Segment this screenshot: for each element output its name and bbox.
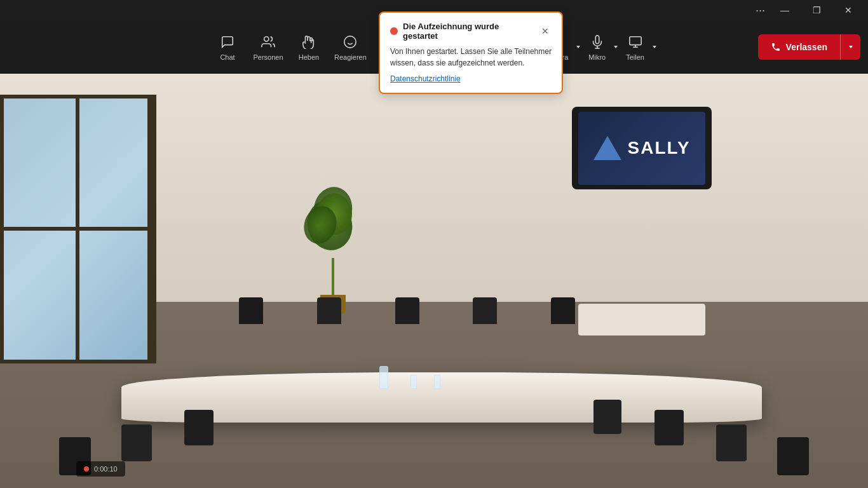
recording-bar: 0:00:10 <box>76 461 125 477</box>
chair-2 <box>716 424 747 461</box>
phone-icon <box>771 42 781 52</box>
minimize-button[interactable]: — <box>770 0 799 20</box>
water-jug <box>379 366 388 389</box>
share-dropdown-arrow[interactable] <box>648 24 661 70</box>
mic-icon <box>590 33 604 51</box>
toolbar-mic[interactable]: Mikro <box>585 24 609 70</box>
recording-dot <box>84 466 89 471</box>
svg-marker-28 <box>653 46 656 48</box>
react-icon <box>343 33 357 51</box>
leave-dropdown-button[interactable] <box>840 34 860 60</box>
toolbar-share[interactable]: Teilen <box>622 24 648 70</box>
toolbar-raise[interactable]: Heben <box>288 24 329 70</box>
conference-room-scene: SALLY <box>0 74 868 488</box>
maximize-button[interactable]: ❐ <box>802 0 831 20</box>
toolbar-persons[interactable]: Personen <box>248 24 288 70</box>
chair-7 <box>184 410 214 445</box>
camera-dropdown-arrow[interactable] <box>572 24 585 70</box>
chat-icon <box>220 33 234 51</box>
tv-stand: SALLY <box>572 107 712 221</box>
persons-label: Personen <box>253 53 283 61</box>
notification-rec-dot <box>390 27 398 35</box>
chair-1 <box>777 437 809 475</box>
leave-button-container: Verlassen <box>758 34 860 60</box>
toolbar-chat[interactable]: Chat <box>207 24 248 70</box>
leave-button[interactable]: Verlassen <box>758 34 840 60</box>
water-glass-2 <box>434 375 440 389</box>
notification-body: Von Ihnen gestartet. Lassen Sie alle Tei… <box>390 46 552 69</box>
share-label: Teilen <box>626 53 644 61</box>
chair-6 <box>121 424 152 461</box>
video-area: SALLY <box>0 74 868 488</box>
chair-far-2 <box>317 297 341 324</box>
toolbar-mic-split: Mikro <box>585 24 622 70</box>
svg-marker-23 <box>576 46 580 48</box>
water-glass-1 <box>410 375 417 389</box>
close-button[interactable]: ✕ <box>834 0 863 20</box>
notification-popup: Die Aufzeichnung wurde gestartet ✕ Von I… <box>379 11 563 94</box>
tv-screen: SALLY <box>578 112 705 185</box>
chair-far-3 <box>395 297 419 324</box>
svg-rect-27 <box>629 37 641 45</box>
svg-marker-26 <box>614 46 618 48</box>
share-icon <box>628 33 642 51</box>
leave-label: Verlassen <box>786 42 827 52</box>
chair-3 <box>654 410 684 445</box>
recording-time: 0:00:10 <box>94 465 118 473</box>
notification-header: Die Aufzeichnung wurde gestartet ✕ <box>390 22 552 41</box>
titlebar-more[interactable]: ··· <box>750 4 770 17</box>
react-label: Reagieren <box>334 53 367 61</box>
svg-point-2 <box>344 36 356 48</box>
sally-logo-text: SALLY <box>628 138 691 158</box>
mic-label: Mikro <box>588 53 606 61</box>
sally-logo-triangle <box>593 136 621 160</box>
toolbar-share-split: Teilen <box>622 24 661 70</box>
conference-table-area <box>43 252 824 480</box>
tv-frame: SALLY <box>572 107 712 189</box>
svg-marker-29 <box>849 46 853 48</box>
chair-4 <box>593 400 621 434</box>
notification-privacy-link[interactable]: Datenschutzrichtlinie <box>390 74 461 83</box>
persons-icon <box>261 33 275 51</box>
svg-point-1 <box>264 37 269 41</box>
chair-far-5 <box>551 297 575 324</box>
toolbar-react[interactable]: Reagieren <box>329 24 372 70</box>
notification-close-button[interactable]: ✕ <box>539 25 552 37</box>
chat-label: Chat <box>220 53 234 61</box>
mic-dropdown-arrow[interactable] <box>609 24 622 70</box>
chair-far-1 <box>239 297 263 324</box>
notification-title: Die Aufzeichnung wurde gestartet <box>403 22 534 41</box>
raise-label: Heben <box>299 53 319 61</box>
raise-hand-icon <box>302 33 316 51</box>
chair-far-4 <box>473 297 497 324</box>
